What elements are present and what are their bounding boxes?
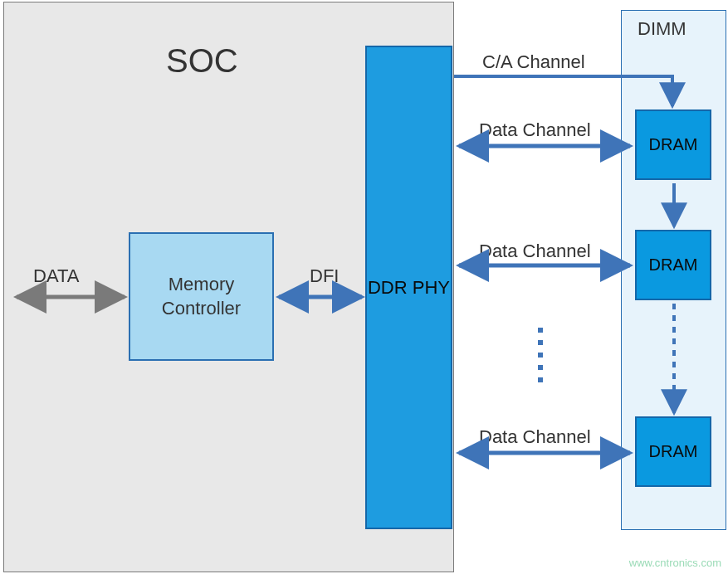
- soc-title: SOC: [166, 42, 238, 80]
- data-channel-label-1: Data Channel: [479, 241, 591, 262]
- diagram-stage: SOC Memory Controller DDR PHY DIMM DRAM …: [0, 0, 728, 574]
- memory-controller-block: Memory Controller: [129, 232, 274, 361]
- dram-block-0: DRAM: [635, 109, 711, 180]
- svg-rect-4: [538, 377, 543, 382]
- dram-block-n: DRAM: [635, 416, 711, 487]
- svg-rect-2: [538, 353, 543, 358]
- ddr-phy-label: DDR PHY: [368, 277, 450, 299]
- ellipsis-icon: [538, 328, 543, 382]
- svg-rect-1: [538, 340, 543, 345]
- ca-channel-label: C/A Channel: [482, 51, 585, 73]
- dram-block-1: DRAM: [635, 230, 711, 300]
- data-channel-label-0: Data Channel: [479, 119, 591, 141]
- svg-rect-0: [538, 328, 543, 333]
- data-bus-label: DATA: [33, 265, 79, 287]
- watermark-text: www.cntronics.com: [629, 557, 721, 569]
- svg-rect-3: [538, 365, 543, 370]
- data-channel-label-n: Data Channel: [479, 426, 591, 448]
- dimm-title: DIMM: [638, 18, 686, 40]
- ddr-phy-block: DDR PHY: [365, 46, 452, 529]
- dram-label: DRAM: [649, 442, 698, 461]
- dram-label: DRAM: [649, 255, 698, 275]
- dram-label: DRAM: [649, 135, 698, 154]
- dfi-bus-label: DFI: [310, 265, 339, 287]
- memory-controller-label: Memory Controller: [162, 273, 241, 320]
